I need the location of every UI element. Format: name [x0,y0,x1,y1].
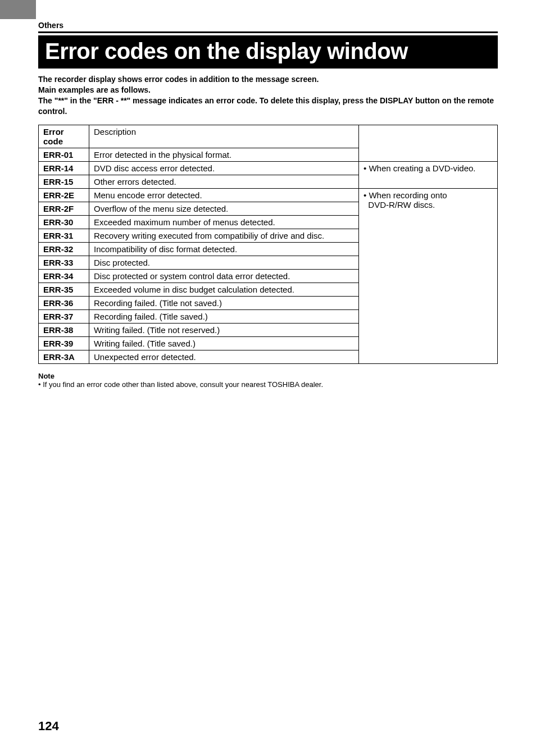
error-code-cell: ERR-30 [39,215,89,229]
error-desc-cell: Other errors detected. [89,175,359,188]
error-desc-cell: Disc protected or system control data er… [89,269,359,283]
error-desc-cell: Error detected in the physical format. [89,148,359,161]
page-title: Error codes on the display window [45,39,408,63]
error-code-cell: ERR-14 [39,161,89,175]
note-text: • If you find an error code other than l… [38,380,498,389]
context-cell: • When recording onto DVD-R/RW discs. [359,188,498,363]
error-code-cell: ERR-38 [39,323,89,336]
section-label: Others [38,21,63,30]
error-desc-cell: Recording failed. (Title saved.) [89,309,359,323]
title-bar: Error codes on the display window [38,35,498,69]
table-header-row: Error codeDescription [39,125,498,148]
error-desc-cell: Unexpected error detected. [89,350,359,363]
error-desc-cell: Recovery writing executed from compatibi… [89,229,359,242]
intro-block: The recorder display shows error codes i… [38,74,498,117]
note-section: Note • If you find an error code other t… [38,372,498,389]
intro-line-3: The "**" in the "ERR - **" message indic… [38,95,498,117]
note-label: Note [38,372,498,380]
intro-line-1: The recorder display shows error codes i… [38,74,498,85]
error-desc-cell: Overflow of the menu size detected. [89,202,359,215]
error-code-cell: ERR-37 [39,309,89,323]
error-desc-cell: DVD disc access error detected. [89,161,359,175]
table-row: ERR-2EMenu encode error detected.• When … [39,188,498,202]
table-row: ERR-14DVD disc access error detected.• W… [39,161,498,175]
error-code-cell: ERR-3A [39,350,89,363]
error-code-cell: ERR-31 [39,229,89,242]
error-desc-cell: Exceeded maximum number of menus detecte… [89,215,359,229]
section-header: Others [38,20,498,33]
header-code: Error code [39,125,89,148]
table-row: ERR-01Error detected in the physical for… [39,148,498,161]
context-cell-blank [359,148,498,161]
error-code-cell: ERR-33 [39,256,89,269]
error-desc-cell: Incompatibility of disc format detected. [89,242,359,256]
error-code-cell: ERR-2F [39,202,89,215]
error-code-cell: ERR-15 [39,175,89,188]
intro-line-2: Main examples are as follows. [38,85,498,95]
error-code-cell: ERR-35 [39,283,89,296]
error-desc-cell: Recording failed. (Title not saved.) [89,296,359,309]
context-cell: • When creating a DVD-video. [359,161,498,188]
error-code-cell: ERR-2E [39,188,89,202]
error-code-cell: ERR-39 [39,336,89,350]
error-desc-cell: Writing failed. (Title not reserved.) [89,323,359,336]
error-desc-cell: Writing failed. (Title saved.) [89,336,359,350]
page-tab-marker [0,0,36,19]
error-desc-cell: Disc protected. [89,256,359,269]
page-content: Others Error codes on the display window… [0,20,536,389]
error-code-cell: ERR-36 [39,296,89,309]
error-code-cell: ERR-34 [39,269,89,283]
error-desc-cell: Exceeded volume in disc budget calculati… [89,283,359,296]
error-desc-cell: Menu encode error detected. [89,188,359,202]
error-code-table: Error codeDescriptionERR-01Error detecte… [38,125,498,364]
page-number: 124 [38,719,59,734]
error-code-cell: ERR-01 [39,148,89,161]
error-code-cell: ERR-32 [39,242,89,256]
header-desc: Description [89,125,359,148]
header-context [359,125,498,148]
